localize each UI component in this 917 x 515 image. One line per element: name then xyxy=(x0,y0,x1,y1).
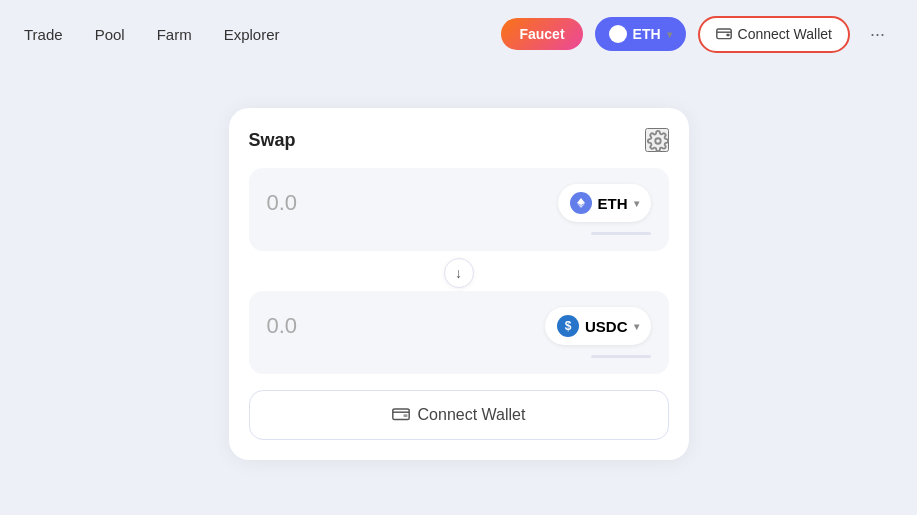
swap-title: Swap xyxy=(249,130,296,151)
to-balance-bar xyxy=(591,355,651,358)
from-token-label: ETH xyxy=(598,195,628,212)
to-token-input: 0.0 $ USDC ▾ xyxy=(249,291,669,374)
eth-token-icon xyxy=(570,192,592,214)
usdc-token-icon: $ xyxy=(557,315,579,337)
from-token-selector[interactable]: ETH ▾ xyxy=(558,184,651,222)
from-amount: 0.0 xyxy=(267,190,298,216)
nav-explorer[interactable]: Explorer xyxy=(224,26,280,43)
from-token-input: 0.0 ETH ▾ xyxy=(249,168,669,251)
svg-marker-0 xyxy=(613,28,622,36)
eth-chevron-icon: ▾ xyxy=(667,29,672,40)
nav-trade[interactable]: Trade xyxy=(24,26,63,43)
to-amount: 0.0 xyxy=(267,313,298,339)
eth-network-label: ETH xyxy=(633,26,661,42)
wallet-nav-icon xyxy=(716,26,732,43)
nav-right: Faucet ETH ▾ Connect Wallet ··· xyxy=(501,16,893,53)
eth-network-button[interactable]: ETH ▾ xyxy=(595,17,686,51)
connect-wallet-nav-label: Connect Wallet xyxy=(738,26,832,42)
main-content: Swap 0.0 ETH xyxy=(0,68,917,460)
nav-pool[interactable]: Pool xyxy=(95,26,125,43)
settings-button[interactable] xyxy=(645,128,669,152)
from-balance-bar xyxy=(591,232,651,235)
swap-direction-button[interactable]: ↓ xyxy=(444,258,474,288)
to-token-selector[interactable]: $ USDC ▾ xyxy=(545,307,651,345)
nav-links: Trade Pool Farm Explorer xyxy=(24,26,501,43)
from-token-row: 0.0 ETH ▾ xyxy=(267,184,651,222)
swap-arrow-container: ↓ xyxy=(249,255,669,291)
more-menu-button[interactable]: ··· xyxy=(862,20,893,49)
eth-network-icon xyxy=(609,25,627,43)
nav-farm[interactable]: Farm xyxy=(157,26,192,43)
wallet-card-icon xyxy=(392,405,410,425)
to-token-row: 0.0 $ USDC ▾ xyxy=(267,307,651,345)
swap-header: Swap xyxy=(249,128,669,152)
faucet-button[interactable]: Faucet xyxy=(501,18,582,50)
navbar: Trade Pool Farm Explorer Faucet ETH ▾ xyxy=(0,0,917,68)
svg-rect-3 xyxy=(726,33,729,35)
to-token-label: USDC xyxy=(585,318,628,335)
svg-marker-5 xyxy=(577,198,585,205)
from-token-chevron: ▾ xyxy=(634,198,639,209)
svg-rect-2 xyxy=(716,29,730,39)
to-token-chevron: ▾ xyxy=(634,321,639,332)
svg-rect-8 xyxy=(403,414,407,417)
swap-card: Swap 0.0 ETH xyxy=(229,108,689,460)
connect-wallet-card-button[interactable]: Connect Wallet xyxy=(249,390,669,440)
svg-rect-7 xyxy=(392,409,408,420)
connect-wallet-card-label: Connect Wallet xyxy=(418,406,526,424)
connect-wallet-nav-button[interactable]: Connect Wallet xyxy=(698,16,850,53)
svg-point-4 xyxy=(655,138,661,144)
